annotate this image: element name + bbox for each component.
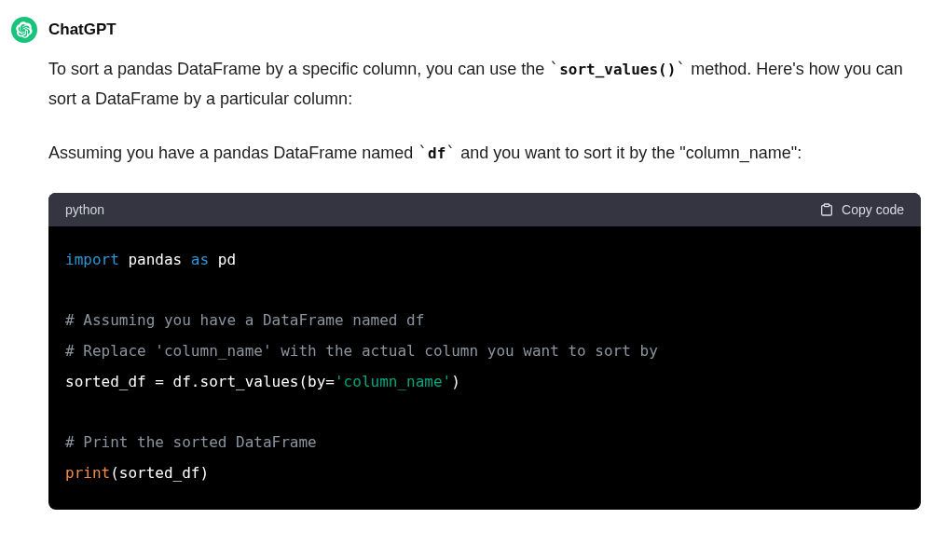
chat-message: ChatGPT To sort a pandas DataFrame by a … [0, 0, 932, 510]
text-run: and you want to sort it by the "column_n… [456, 143, 802, 162]
inline-code-df: df [428, 144, 445, 162]
assistant-avatar [11, 17, 37, 43]
backtick: ` [676, 59, 686, 78]
assistant-name: ChatGPT [48, 20, 116, 39]
code-content: import pandas as pd # Assuming you have … [48, 226, 921, 510]
message-header: ChatGPT [11, 17, 921, 43]
backtick: ` [445, 143, 456, 162]
text-run: Assuming you have a pandas DataFrame nam… [48, 143, 418, 162]
code-token: # Assuming you have a DataFrame named df [65, 311, 424, 329]
code-token: pandas [119, 251, 191, 268]
code-token: # Print the sorted DataFrame [65, 433, 317, 451]
code-language-label: python [65, 202, 104, 217]
openai-icon [16, 21, 33, 38]
copy-code-label: Copy code [842, 202, 904, 217]
clipboard-icon [819, 202, 834, 217]
code-token: pd [209, 251, 236, 268]
code-token: 'column_name' [335, 373, 451, 390]
code-token: ) [451, 373, 460, 390]
code-token: as [191, 251, 209, 268]
code-token: sorted_df = df.sort_values(by= [65, 373, 335, 390]
backtick: ` [549, 59, 559, 78]
code-token: print [65, 464, 110, 482]
code-block: python Copy code import pandas as pd # A… [48, 193, 921, 510]
message-body: To sort a pandas DataFrame by a specific… [48, 54, 921, 510]
message-paragraph-1: To sort a pandas DataFrame by a specific… [48, 54, 921, 114]
inline-code-sort-values: sort_values() [559, 61, 676, 78]
svg-rect-0 [824, 204, 829, 207]
backtick: ` [418, 143, 428, 162]
code-token: import [65, 251, 119, 268]
code-block-header: python Copy code [48, 193, 921, 226]
code-token: # Replace 'column_name' with the actual … [65, 342, 658, 360]
copy-code-button[interactable]: Copy code [819, 202, 904, 217]
code-token: (sorted_df) [110, 464, 209, 482]
text-run: To sort a pandas DataFrame by a specific… [48, 60, 549, 78]
message-paragraph-2: Assuming you have a pandas DataFrame nam… [48, 138, 921, 169]
